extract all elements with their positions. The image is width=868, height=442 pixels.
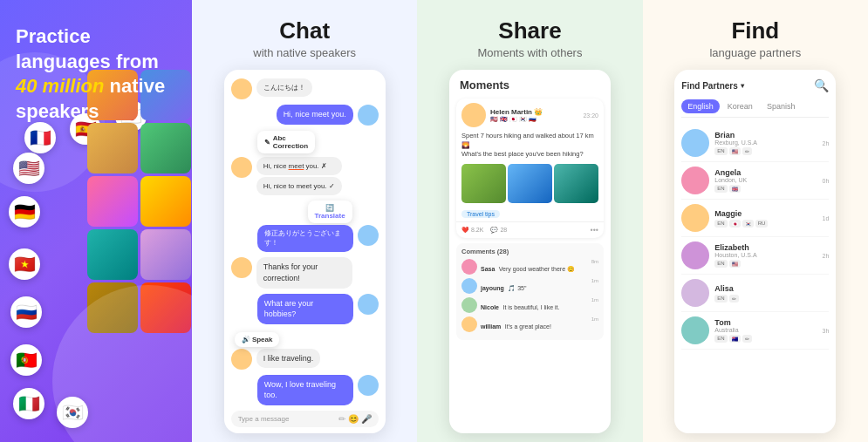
tab-korean[interactable]: Korean — [721, 99, 759, 113]
find-title: Find — [731, 17, 779, 44]
panel-find: Find language partners Find Partners ▾ 🔍… — [643, 0, 868, 442]
avatar-self4 — [358, 375, 379, 396]
find-header: Find Partners ▾ 🔍 — [681, 78, 829, 92]
partner-angela[interactable]: Angela London, UK EN🇬🇧 0h — [681, 162, 829, 200]
chat-subtitle: with native speakers — [253, 46, 356, 59]
find-phone: Find Partners ▾ 🔍 English Korean Spanish… — [674, 70, 836, 433]
moment-flags: 🇺🇸🇬🇧🇯🇵🇰🇷🇷🇺 — [490, 116, 578, 123]
photo-a — [461, 164, 506, 203]
chat-title: Chat — [279, 17, 330, 44]
practice-heading: Practice languages from 40 million nativ… — [16, 24, 176, 124]
share-subtitle: Moments with others — [478, 46, 583, 59]
find-partners-dropdown[interactable]: Find Partners ▾ — [681, 81, 743, 91]
panel-practice: Practice languages from 40 million nativ… — [0, 0, 192, 442]
moment-tag: Travel tips — [456, 207, 604, 221]
msg-3: Hi, nice meet you. ✗ Hi, nice to meet yo… — [231, 157, 379, 195]
partner-avatar-brian — [681, 129, 709, 157]
like-action[interactable]: ❤️ 8.2K — [461, 227, 483, 234]
partner-brian[interactable]: Brian Rexburg, U.S.A EN🇺🇸✏ 2h — [681, 125, 829, 162]
avatar-other2 — [231, 157, 252, 178]
partner-alisa[interactable]: Alisa EN✏ — [681, 275, 829, 312]
photo-3 — [87, 123, 138, 173]
flag-vn: 🇻🇳 — [9, 248, 40, 280]
comment-jayoung: jayoung 🎵 35" 1m — [461, 278, 598, 294]
partner-maggie[interactable]: Maggie EN🇯🇵🇰🇷RU 1d — [681, 200, 829, 237]
partner-avatar-angela — [681, 167, 709, 194]
flag-de: 🇩🇪 — [9, 196, 40, 228]
flag-ru: 🇷🇺 — [10, 296, 42, 328]
comment-avatar-3 — [461, 297, 477, 313]
travel-tag: Travel tips — [461, 210, 500, 218]
moment-user: Helen Martin 👑 — [490, 108, 578, 116]
more-action[interactable]: ••• — [591, 226, 598, 235]
msg-4: 修正ありがとうございます！ — [231, 225, 379, 252]
moment-card: Helen Martin 👑 🇺🇸🇬🇧🇯🇵🇰🇷🇷🇺 23:20 Spent 7 … — [456, 99, 604, 238]
msg-1: こんにちは！ — [231, 78, 379, 99]
moment-actions: ❤️ 8.2K 💬 28 ••• — [456, 221, 604, 238]
avatar-other3 — [231, 257, 252, 278]
search-icon[interactable]: 🔍 — [814, 78, 829, 92]
partner-elizabeth[interactable]: Elizabeth Houston, U.S.A EN🇺🇸 2h — [681, 237, 829, 275]
find-subtitle: language partners — [709, 46, 801, 59]
photo-7 — [87, 229, 138, 280]
flag-fr: 🇫🇷 — [24, 122, 56, 153]
comment-avatar-2 — [461, 278, 477, 294]
chevron-down-icon: ▾ — [741, 82, 744, 90]
tab-english[interactable]: English — [681, 99, 720, 113]
avatar-other4 — [231, 349, 252, 370]
photo-5 — [87, 176, 138, 227]
comments-section: Comments (28) Sasa Very good weather the… — [456, 243, 604, 340]
partner-avatar-tom — [681, 316, 709, 344]
msg-2: Hi, nice meet you. — [231, 105, 379, 126]
comment-avatar-1 — [461, 259, 477, 275]
moment-text: Spent 7 hours hiking and walked about 17… — [456, 132, 604, 164]
translate-popup: 🔄Translate — [231, 201, 352, 223]
chat-input-placeholder: Type a message — [238, 415, 338, 423]
photo-c — [554, 164, 598, 203]
msg-6: What are your hobbies? — [231, 294, 379, 324]
photo-8 — [140, 229, 191, 280]
comment-nicole: Nicole It is beautiful, I like it. 1m — [461, 297, 598, 313]
avatar-self — [358, 105, 379, 126]
moments-header: Moments — [456, 78, 604, 92]
chat-icons: ✏ 😊 🎤 — [338, 414, 372, 424]
partner-avatar-elizabeth — [681, 241, 709, 269]
flag-it: 🇮🇹 — [13, 388, 44, 419]
chat-input-bar[interactable]: Type a message ✏ 😊 🎤 — [231, 411, 379, 427]
correction-popup: ✎AbcCorrection — [257, 131, 379, 153]
moment-avatar — [461, 103, 486, 127]
photo-6 — [140, 176, 191, 227]
msg-7: I like traveling. — [231, 349, 379, 370]
tab-spanish[interactable]: Spanish — [761, 99, 802, 113]
language-tabs: English Korean Spanish — [681, 99, 829, 118]
msg-8: Wow, I love traveling too. — [231, 375, 379, 405]
photo-4 — [140, 123, 191, 173]
avatar-self3 — [358, 294, 379, 315]
comment-action[interactable]: 💬 28 — [490, 227, 507, 234]
partner-avatar-maggie — [681, 204, 709, 232]
comment-sasa: Sasa Very good weather there 😊 8m — [461, 259, 598, 275]
moment-photos — [456, 164, 604, 207]
chat-phone: こんにちは！ Hi, nice meet you. ✎AbcCorrection… — [224, 70, 386, 433]
photo-b — [508, 164, 552, 203]
panel-share: Share Moments with others Moments Helen … — [417, 0, 642, 442]
comment-william: william It's a great place! 1m — [461, 316, 598, 332]
speak-popup: 🔊 Speak — [231, 330, 379, 347]
share-phone: Moments Helen Martin 👑 🇺🇸🇬🇧🇯🇵🇰🇷🇷🇺 23:20 … — [449, 70, 611, 433]
share-title: Share — [498, 17, 561, 44]
panel-chat: Chat with native speakers こんにちは！ Hi, nic… — [192, 0, 417, 442]
comment-avatar-4 — [461, 316, 477, 332]
flag-pt: 🇵🇹 — [10, 344, 42, 376]
flag-us: 🇺🇸 — [13, 153, 44, 184]
avatar-other — [231, 78, 252, 99]
partner-avatar-alisa — [681, 279, 709, 307]
comments-header: Comments (28) — [461, 248, 598, 255]
avatar-self2 — [358, 225, 379, 246]
msg-5: Thanks for your correction! — [231, 257, 379, 288]
partner-tom[interactable]: Tom Australia EN🇦🇺✏ 3h — [681, 312, 829, 350]
moment-time: 23:20 — [583, 112, 598, 119]
